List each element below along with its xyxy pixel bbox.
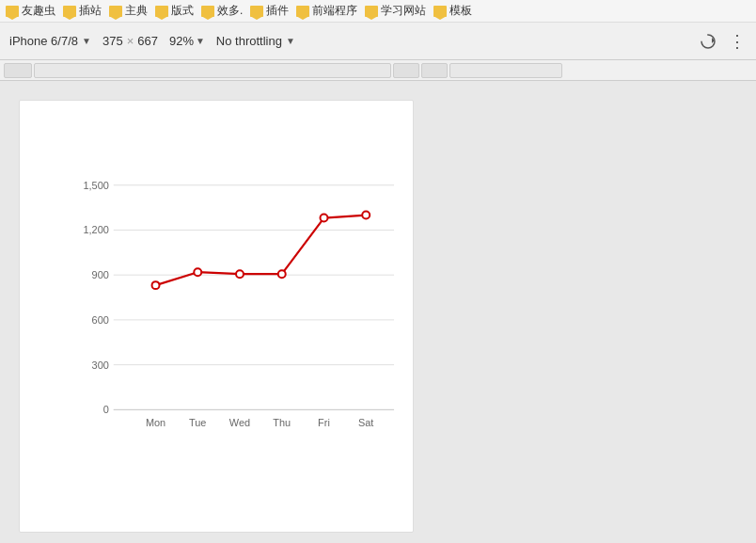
bookmark-效多[interactable]: 效多. [201, 3, 243, 19]
folder-icon [365, 6, 378, 17]
svg-text:Fri: Fri [318, 417, 330, 428]
bookmark-模板[interactable]: 模板 [433, 3, 472, 19]
chart-card: 1,500 1,200 900 600 300 0 Mon Tue Wed Th… [19, 100, 414, 533]
svg-text:0: 0 [103, 404, 109, 415]
data-point-sat [362, 212, 370, 219]
bookmark-label: 模板 [449, 3, 472, 19]
bookmark-label: 前端程序 [312, 3, 357, 19]
data-point-wed [236, 270, 244, 278]
bookmark-插件[interactable]: 插件 [250, 3, 289, 19]
folder-icon [296, 6, 309, 17]
main-content: 1,500 1,200 900 600 300 0 Mon Tue Wed Th… [0, 81, 756, 543]
rotate-button[interactable] [699, 32, 717, 51]
line-chart: 1,500 1,200 900 600 300 0 Mon Tue Wed Th… [76, 120, 403, 494]
folder-icon [63, 6, 76, 17]
data-point-thu [278, 270, 286, 278]
zoom-selector[interactable]: 92% ▼ [169, 34, 205, 48]
bookmark-label: 版式 [171, 3, 194, 19]
chart-area: 1,500 1,200 900 600 300 0 Mon Tue Wed Th… [76, 120, 403, 494]
bookmark-label: 插件 [266, 3, 289, 19]
zoom-dropdown-arrow: ▼ [196, 36, 205, 46]
bookmark-插站[interactable]: 插站 [63, 3, 102, 19]
more-options-button[interactable]: ⋮ [729, 31, 747, 52]
width-value[interactable]: 375 [102, 34, 123, 48]
tab-segment-1[interactable] [4, 63, 32, 78]
devtools-toolbar: iPhone 6/7/8 ▼ 375 × 667 92% ▼ No thrott… [0, 23, 756, 60]
tab-bar [0, 60, 756, 81]
folder-icon [6, 6, 19, 17]
data-point-tue [194, 268, 201, 276]
throttle-label: No throttling [216, 34, 282, 48]
bookmark-主典[interactable]: 主典 [109, 3, 148, 19]
tab-segment-4[interactable] [421, 63, 448, 78]
svg-text:900: 900 [92, 269, 109, 280]
height-value[interactable]: 667 [137, 34, 158, 48]
dimensions-display: 375 × 667 [102, 34, 158, 48]
svg-text:300: 300 [92, 359, 109, 371]
device-dropdown-arrow: ▼ [82, 36, 91, 46]
bookmark-label: 友趣虫 [22, 3, 55, 19]
tab-segment-3[interactable] [393, 63, 419, 78]
folder-icon [250, 6, 263, 17]
throttle-selector[interactable]: No throttling ▼ [216, 34, 295, 48]
svg-text:1,500: 1,500 [83, 180, 108, 191]
zoom-label: 92% [169, 34, 194, 48]
dimensions-separator: × [127, 34, 134, 48]
svg-text:Sat: Sat [358, 417, 373, 428]
device-label: iPhone 6/7/8 [9, 34, 78, 48]
data-point-mon [152, 281, 160, 289]
svg-text:Tue: Tue [189, 417, 206, 428]
folder-icon [201, 6, 214, 17]
bookmarks-bar: 友趣虫 插站 主典 版式 效多. 插件 前端程序 学习网站 模板 [0, 0, 756, 23]
svg-text:Mon: Mon [146, 417, 165, 428]
tab-segment-5[interactable] [449, 63, 562, 78]
bookmark-友趣虫[interactable]: 友趣虫 [6, 3, 55, 19]
bookmark-版式[interactable]: 版式 [155, 3, 194, 19]
device-selector[interactable]: iPhone 6/7/8 ▼ [9, 34, 91, 48]
folder-icon [109, 6, 122, 17]
folder-icon [433, 6, 447, 17]
folder-icon [155, 6, 168, 17]
svg-text:Thu: Thu [273, 417, 291, 428]
bookmark-label: 主典 [125, 3, 148, 19]
bookmark-label: 学习网站 [381, 3, 426, 19]
bookmark-学习网站[interactable]: 学习网站 [365, 3, 426, 19]
data-point-fri [321, 215, 328, 222]
bookmark-label: 效多. [217, 3, 243, 19]
bookmark-label: 插站 [79, 3, 102, 19]
svg-text:600: 600 [92, 314, 109, 326]
tab-segment-2[interactable] [34, 63, 391, 78]
throttle-dropdown-arrow: ▼ [286, 36, 295, 46]
svg-text:1,200: 1,200 [83, 224, 108, 235]
svg-text:Wed: Wed [229, 417, 250, 428]
bookmark-前端程序[interactable]: 前端程序 [296, 3, 357, 19]
